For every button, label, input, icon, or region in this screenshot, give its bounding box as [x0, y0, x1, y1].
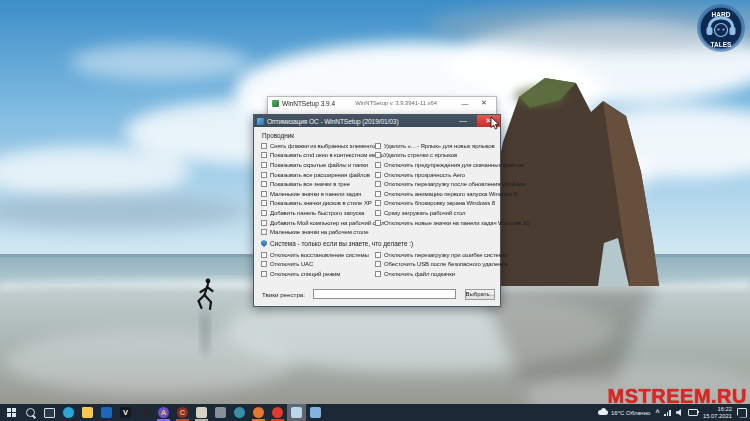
volume-icon[interactable]: [676, 409, 683, 416]
minimize-icon[interactable]: —: [457, 100, 473, 107]
tweak-label: Показывать значки дисков в стиле XP: [270, 200, 372, 206]
checkbox[interactable]: [375, 181, 381, 187]
clock-date: 15.07.2021: [703, 413, 732, 420]
tweak-row[interactable]: Отключить спящий режим: [261, 269, 375, 279]
tweak-row[interactable]: Обесточить USB после безопасного удалени…: [375, 260, 497, 270]
tweak-label: Отключить прозрачность Aero: [384, 172, 465, 178]
taskbar-app-winntsetup-window[interactable]: [287, 404, 306, 421]
tweak-label: Удалить «... - Ярлык» для новых ярлыков: [384, 143, 495, 149]
tweak-row[interactable]: Отключить предупреждения для скачанных ф…: [375, 160, 497, 170]
checkbox[interactable]: [261, 152, 267, 158]
taskbar-app-red-c-app[interactable]: C: [173, 404, 192, 421]
tweak-row[interactable]: Показывать cmd окно в контекстном меню: [261, 151, 375, 161]
tweak-label: Показывать скрытые файлы и папки: [270, 162, 368, 168]
tweak-row[interactable]: Удалить стрелки с ярлыков: [375, 151, 497, 161]
tweak-label: Удалить стрелки с ярлыков: [384, 152, 457, 158]
checkbox[interactable]: [375, 210, 381, 216]
tweak-row[interactable]: Отключить перезагрузку после обновления …: [375, 179, 497, 189]
checkbox[interactable]: [375, 200, 381, 206]
tweak-row[interactable]: Снять флажки из выбранных элементов: [261, 141, 375, 151]
taskbar-app-folder-window[interactable]: [306, 404, 325, 421]
tweak-label: Отключить восстановление системы: [270, 252, 369, 258]
tweak-row[interactable]: Отключить прозрачность Aero: [375, 170, 497, 180]
tweak-label: Отключить файл подкачки: [384, 271, 455, 277]
tweak-row[interactable]: Показывать все расширения файлов: [261, 170, 375, 180]
tweak-label: Отключить новые значки на панели задач W…: [384, 220, 529, 226]
tweak-row[interactable]: Добавить панель быстрого запуска: [261, 208, 375, 218]
taskbar-app-office-app[interactable]: [97, 404, 116, 421]
checkbox[interactable]: [375, 261, 381, 267]
checkbox[interactable]: [261, 252, 267, 258]
taskbar-apps: VAC: [59, 404, 325, 421]
checkbox[interactable]: [375, 271, 381, 277]
logo-text-top: HARD: [712, 11, 731, 18]
taskbar-app-edge-browser[interactable]: [59, 404, 78, 421]
search-button[interactable]: [21, 404, 40, 421]
checkbox[interactable]: [375, 191, 381, 197]
checkbox[interactable]: [375, 252, 381, 258]
network-icon[interactable]: [664, 410, 671, 416]
checkbox[interactable]: [261, 210, 267, 216]
taskbar-app-file-explorer[interactable]: [78, 404, 97, 421]
checkbox[interactable]: [261, 191, 267, 197]
tweak-row[interactable]: Отключить перезагрузку при ошибке систем…: [375, 250, 497, 260]
taskbar-app-teal-app[interactable]: [230, 404, 249, 421]
music-app-icon: A: [158, 407, 169, 418]
tweak-row[interactable]: Сразу загружать рабочий стол: [375, 208, 497, 218]
taskbar-app-orange-ring-app[interactable]: [249, 404, 268, 421]
pen-app-icon: [215, 407, 226, 418]
tweak-row[interactable]: Показывать скрытые файлы и папки: [261, 160, 375, 170]
checkbox[interactable]: [261, 181, 267, 187]
registry-label: Твики реестра:: [262, 291, 305, 298]
checkbox[interactable]: [375, 220, 381, 226]
dialog-titlebar[interactable]: Оптимизация ОС - WinNTSetup (2019/01/03)…: [254, 115, 500, 127]
weather-widget[interactable]: 16°C Облачно: [598, 410, 650, 416]
tweak-row[interactable]: Отключить анимацию первого запуска Windo…: [375, 189, 497, 199]
dialog-app-icon: [257, 118, 264, 125]
checkbox[interactable]: [261, 220, 267, 226]
checkbox[interactable]: [375, 162, 381, 168]
tweak-row[interactable]: Маленькие значки в панели задач: [261, 189, 375, 199]
tweak-label: Отключить предупреждения для скачанных ф…: [384, 162, 524, 168]
checkbox[interactable]: [261, 261, 267, 267]
tweak-label: Отключить спящий режим: [270, 271, 340, 277]
background-window-title: WinNTSetup 3.9.4: [282, 100, 335, 107]
tweak-row[interactable]: Добавить Мой компьютер на рабочий стол: [261, 218, 375, 228]
taskbar-app-pen-app[interactable]: [211, 404, 230, 421]
checkbox[interactable]: [261, 229, 267, 235]
taskbar-app-screenshot-app[interactable]: [192, 404, 211, 421]
tweak-row[interactable]: Отключить UAC: [261, 260, 375, 270]
tweak-row[interactable]: Маленькие значки на рабочем столе: [261, 227, 375, 237]
taskbar-app-dark-circle-app[interactable]: [135, 404, 154, 421]
battery-icon[interactable]: [688, 409, 698, 416]
taskbar-app-red-ring-app[interactable]: [268, 404, 287, 421]
tweak-label: Добавить панель быстрого запуска: [270, 210, 364, 216]
tweak-row[interactable]: Отключить блокировку экрана Windows 8: [375, 199, 497, 209]
checkbox[interactable]: [375, 143, 381, 149]
checkbox[interactable]: [375, 152, 381, 158]
checkbox[interactable]: [261, 271, 267, 277]
checkbox[interactable]: [261, 162, 267, 168]
minimize-icon[interactable]: —: [452, 116, 474, 126]
start-button[interactable]: [2, 404, 21, 421]
taskbar-app-music-app[interactable]: A: [154, 404, 173, 421]
taskbar-app-v-app[interactable]: V: [116, 404, 135, 421]
windows-logo-icon: [7, 408, 16, 417]
tweak-row[interactable]: Отключить новые значки на панели задач W…: [375, 218, 497, 228]
registry-path-input[interactable]: [313, 289, 456, 299]
checkbox[interactable]: [261, 200, 267, 206]
task-view-button[interactable]: [40, 404, 59, 421]
chevron-up-icon[interactable]: ^: [655, 409, 659, 417]
checkbox[interactable]: [375, 172, 381, 178]
tweak-row[interactable]: Отключить восстановление системы: [261, 250, 375, 260]
browse-button[interactable]: Выбрать...: [465, 289, 495, 300]
close-icon[interactable]: ✕: [476, 99, 492, 107]
notification-center-icon[interactable]: [737, 408, 747, 418]
tweak-row[interactable]: Показывать значки дисков в стиле XP: [261, 199, 375, 209]
tweak-row[interactable]: Показывать все значки в трее: [261, 179, 375, 189]
checkbox[interactable]: [261, 172, 267, 178]
checkbox[interactable]: [261, 143, 267, 149]
tweak-row[interactable]: Отключить файл подкачки: [375, 269, 497, 279]
mstreem-watermark: MSTREEM.RU: [608, 385, 747, 408]
tweak-row[interactable]: Удалить «... - Ярлык» для новых ярлыков: [375, 141, 497, 151]
